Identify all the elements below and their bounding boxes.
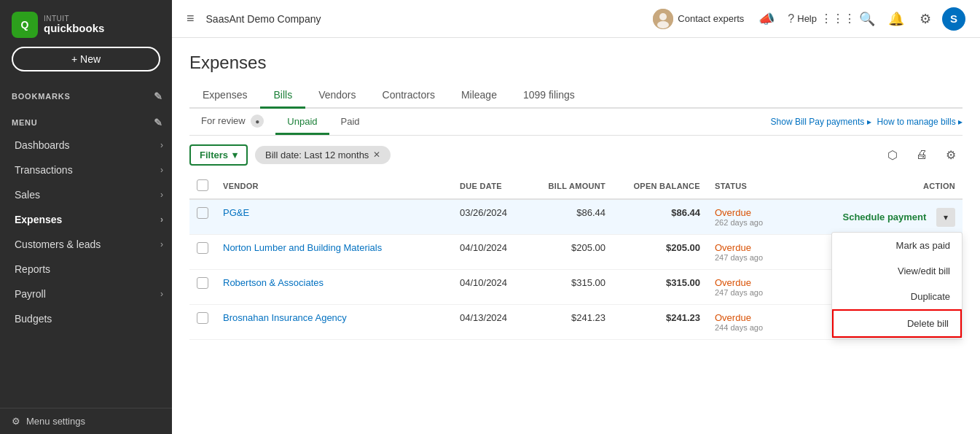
chevron-right-icon: › bbox=[160, 214, 163, 225]
print-icon-button[interactable]: 🖨 bbox=[910, 143, 933, 166]
contact-experts-button[interactable]: Contact experts bbox=[647, 6, 750, 32]
status-days-label: 244 days ago bbox=[715, 323, 795, 332]
dropdown-item-delete-bill[interactable]: Delete bill bbox=[832, 309, 962, 338]
schedule-payment-button[interactable]: Schedule payment bbox=[836, 207, 934, 227]
vendor-link[interactable]: Robertson & Associates bbox=[223, 277, 324, 288]
row-bill-amount-cell: $315.00 bbox=[525, 270, 613, 305]
help-button[interactable]: ? Help bbox=[783, 9, 821, 28]
tab-expenses[interactable]: Expenses bbox=[189, 83, 260, 109]
tab-1099filings[interactable]: 1099 filings bbox=[510, 83, 588, 109]
status-days-label: 247 days ago bbox=[715, 253, 795, 262]
dropdown-item-mark-as-paid[interactable]: Mark as paid bbox=[832, 233, 962, 258]
tab-contractors[interactable]: Contractors bbox=[369, 83, 448, 109]
print-icon: 🖨 bbox=[916, 148, 928, 161]
sidebar-item-sales[interactable]: Sales › bbox=[0, 182, 172, 207]
dropdown-item-view-edit-bill[interactable]: View/edit bill bbox=[832, 258, 962, 284]
topbar-actions: Contact experts 📣 ? Help ⋮⋮⋮ 🔍 🔔 ⚙ S bbox=[647, 6, 965, 32]
tab-bills[interactable]: Bills bbox=[260, 83, 305, 109]
row-vendor-cell: Robertson & Associates bbox=[216, 270, 452, 305]
row-check-cell bbox=[189, 235, 216, 270]
row-checkbox[interactable] bbox=[197, 207, 208, 219]
filters-right-actions: ⬡ 🖨 ⚙ bbox=[881, 143, 963, 166]
vendor-link[interactable]: Norton Lumber and Building Materials bbox=[223, 242, 382, 253]
menu-header[interactable]: MENU ✎ bbox=[0, 112, 172, 133]
sub-tab-paid[interactable]: Paid bbox=[329, 110, 372, 135]
sub-tab-unpaid[interactable]: Unpaid bbox=[275, 110, 329, 135]
sidebar-item-reports[interactable]: Reports bbox=[0, 257, 172, 282]
chevron-right-icon: › bbox=[160, 239, 163, 249]
sidebar-item-budgets[interactable]: Budgets bbox=[0, 306, 172, 331]
row-checkbox[interactable] bbox=[197, 242, 208, 254]
action-dropdown-toggle[interactable]: ▾ bbox=[936, 208, 955, 227]
dropdown-item-duplicate[interactable]: Duplicate bbox=[832, 284, 962, 309]
settings-icon-button[interactable]: ⚙ bbox=[913, 7, 938, 31]
date-filter-badge[interactable]: Bill date: Last 12 months ✕ bbox=[255, 146, 391, 164]
table-header: VENDOR DUE DATE BILL AMOUNT OPEN BALANCE… bbox=[189, 174, 963, 199]
filters-button[interactable]: Filters ▾ bbox=[189, 144, 248, 166]
search-icon-button[interactable]: 🔍 bbox=[855, 7, 879, 31]
sub-tab-for-review-label: For review bbox=[201, 115, 246, 126]
row-checkbox[interactable] bbox=[197, 312, 208, 324]
table-settings-icon-button[interactable]: ⚙ bbox=[939, 143, 963, 166]
help-circle-icon: ? bbox=[788, 12, 794, 26]
tab-mileage[interactable]: Mileage bbox=[448, 83, 510, 109]
table-body: PG&E 03/26/2024 $86.44 $86.44 Overdue 26… bbox=[189, 199, 963, 340]
topbar: ≡ SaasAnt Demo Company Contact experts 📣… bbox=[172, 0, 980, 38]
open-balance-value: $205.00 bbox=[666, 242, 700, 253]
tab-vendors[interactable]: Vendors bbox=[305, 83, 369, 109]
table-settings-icon: ⚙ bbox=[946, 148, 956, 162]
user-avatar[interactable]: S bbox=[942, 7, 965, 31]
contact-avatar bbox=[653, 9, 673, 29]
row-status-cell: Overdue 244 days ago bbox=[707, 305, 802, 340]
sidebar-item-dashboards[interactable]: Dashboards › bbox=[0, 133, 172, 158]
row-checkbox[interactable] bbox=[197, 277, 208, 289]
sidebar-item-customers-leads[interactable]: Customers & leads › bbox=[0, 232, 172, 257]
vendor-link[interactable]: PG&E bbox=[223, 207, 249, 218]
row-due-date-cell: 03/26/2024 bbox=[452, 199, 525, 235]
how-to-manage-bills-link[interactable]: How to manage bills ▸ bbox=[877, 117, 963, 127]
sidebar-item-reports-label: Reports bbox=[15, 263, 50, 275]
sidebar-item-transactions[interactable]: Transactions › bbox=[0, 158, 172, 182]
sub-tabs-bar: For review ● Unpaid Paid Show Bill Pay p… bbox=[189, 109, 963, 136]
bookmarks-edit-icon[interactable]: ✎ bbox=[154, 90, 163, 102]
select-all-checkbox[interactable] bbox=[197, 179, 208, 191]
main-tabs: Expenses Bills Vendors Contractors Milea… bbox=[189, 83, 963, 109]
row-due-date-cell: 04/13/2024 bbox=[452, 305, 525, 340]
menu-edit-icon[interactable]: ✎ bbox=[154, 117, 163, 128]
show-bill-pay-payments-link[interactable]: Show Bill Pay payments ▸ bbox=[771, 117, 871, 127]
apps-grid-icon: ⋮⋮⋮ bbox=[820, 12, 855, 26]
bookmarks-label: BOOKMARKS bbox=[12, 92, 71, 101]
menu-section: MENU ✎ Dashboards › Transactions › Sales… bbox=[0, 109, 172, 334]
sidebar: Q intuit quickbooks + New BOOKMARKS ✎ ME… bbox=[0, 0, 172, 434]
vendor-link[interactable]: Brosnahan Insurance Agency bbox=[223, 312, 347, 323]
col-header-open-balance: OPEN BALANCE bbox=[613, 174, 707, 199]
apps-grid-icon-button[interactable]: ⋮⋮⋮ bbox=[826, 7, 850, 31]
chevron-right-icon: › bbox=[160, 289, 163, 299]
quickbooks-label: quickbooks bbox=[44, 23, 104, 35]
row-open-balance-cell: $241.23 bbox=[613, 305, 707, 340]
sub-tab-paid-label: Paid bbox=[341, 116, 360, 127]
status-overdue-label: Overdue bbox=[715, 242, 751, 253]
megaphone-icon-button[interactable]: 📣 bbox=[754, 7, 779, 31]
bookmarks-header[interactable]: BOOKMARKS ✎ bbox=[0, 86, 172, 106]
date-filter-close-icon[interactable]: ✕ bbox=[373, 150, 380, 160]
status-overdue-label: Overdue bbox=[715, 207, 751, 218]
sidebar-item-payroll[interactable]: Payroll › bbox=[0, 282, 172, 306]
chevron-right-icon: › bbox=[160, 190, 163, 200]
hamburger-icon[interactable]: ≡ bbox=[187, 11, 195, 26]
sidebar-item-expenses[interactable]: Expenses › bbox=[0, 207, 172, 232]
sub-tabs-right-links: Show Bill Pay payments ▸ How to manage b… bbox=[771, 117, 963, 127]
row-open-balance-cell: $205.00 bbox=[613, 235, 707, 270]
svg-text:Q: Q bbox=[21, 19, 29, 31]
export-icon-button[interactable]: ⬡ bbox=[881, 143, 904, 166]
new-button[interactable]: + New bbox=[12, 47, 160, 71]
bell-icon: 🔔 bbox=[888, 11, 904, 27]
bell-icon-button[interactable]: 🔔 bbox=[884, 7, 909, 31]
sub-tab-for-review[interactable]: For review ● bbox=[189, 109, 275, 136]
for-review-badge: ● bbox=[251, 115, 264, 128]
open-balance-value: $315.00 bbox=[666, 277, 700, 288]
sidebar-item-dashboards-label: Dashboards bbox=[15, 139, 70, 151]
menu-settings-item[interactable]: ⚙ Menu settings bbox=[0, 408, 172, 434]
status-overdue-label: Overdue bbox=[715, 277, 751, 288]
row-vendor-cell: Brosnahan Insurance Agency bbox=[216, 305, 452, 340]
